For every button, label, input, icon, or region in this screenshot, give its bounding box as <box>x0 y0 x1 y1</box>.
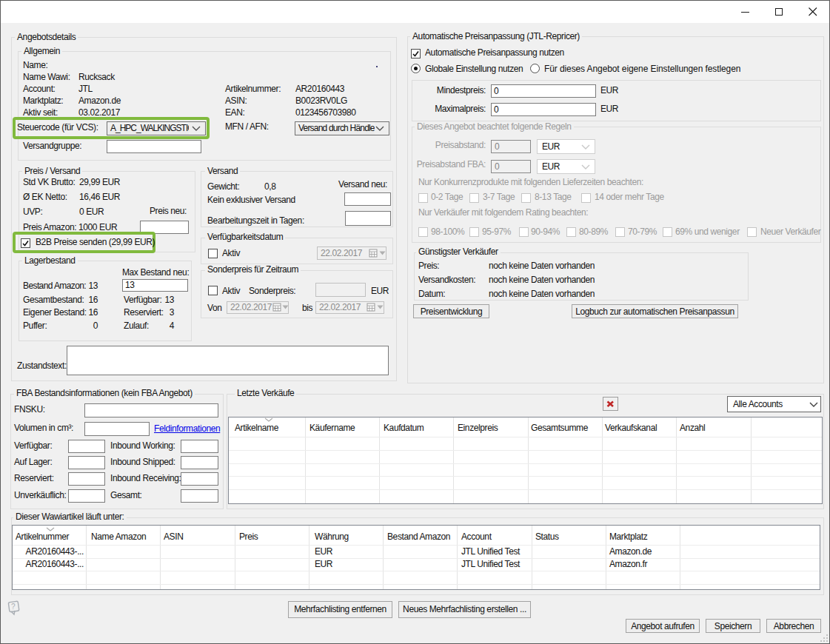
svg-text:?: ? <box>11 603 16 611</box>
